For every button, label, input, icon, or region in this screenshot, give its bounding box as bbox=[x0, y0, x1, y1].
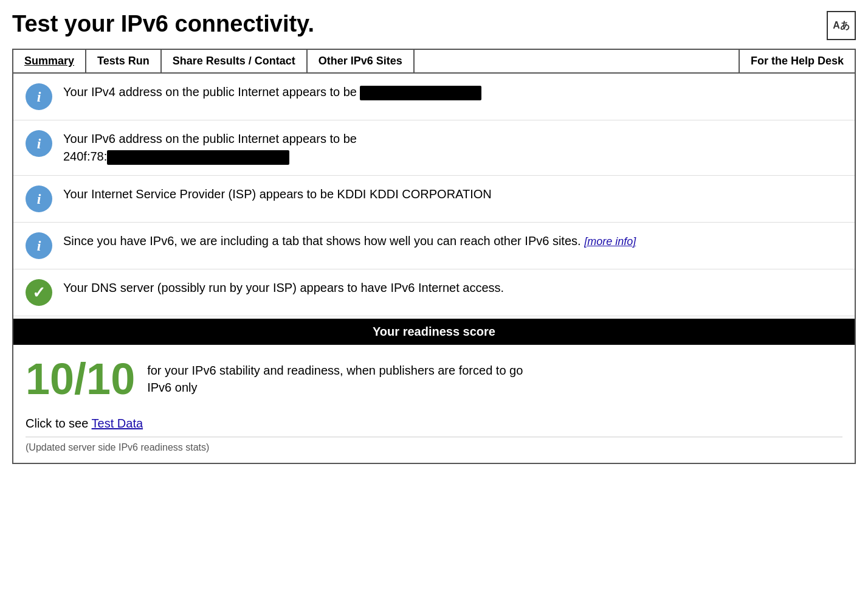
language-icon[interactable]: Aあ bbox=[827, 11, 856, 40]
ipv6-tab-info-row: i Since you have IPv6, we are including … bbox=[13, 223, 855, 269]
isp-text: Your Internet Service Provider (ISP) app… bbox=[63, 185, 842, 203]
tab-help-desk[interactable]: For the Help Desk bbox=[739, 50, 855, 72]
dns-text: Your DNS server (possibly run by your IS… bbox=[63, 279, 842, 297]
readiness-score-banner: Your readiness score bbox=[13, 319, 855, 345]
ipv6-redacted bbox=[107, 150, 289, 165]
updated-note: (Updated server side IPv6 readiness stat… bbox=[26, 437, 842, 457]
ipv4-info-row: i Your IPv4 address on the public Intern… bbox=[13, 74, 855, 120]
tab-share-results[interactable]: Share Results / Contact bbox=[162, 50, 308, 72]
info-icon-ipv4: i bbox=[26, 83, 52, 110]
score-section: 10/10 for your IPv6 stability and readin… bbox=[13, 345, 855, 407]
bottom-section: Click to see Test Data (Updated server s… bbox=[13, 407, 855, 463]
tab-summary[interactable]: Summary bbox=[13, 50, 86, 72]
info-icon-ipv6: i bbox=[26, 130, 52, 157]
more-info-link[interactable]: [more info] bbox=[584, 235, 636, 248]
ipv4-text: Your IPv4 address on the public Internet… bbox=[63, 83, 842, 101]
ipv6-tab-text: Since you have IPv6, we are including a … bbox=[63, 232, 842, 250]
ipv4-redacted bbox=[360, 86, 481, 100]
info-icon-isp: i bbox=[26, 185, 52, 212]
page-title: Test your IPv6 connectivity. bbox=[12, 11, 314, 37]
ipv6-text: Your IPv6 address on the public Internet… bbox=[63, 130, 842, 165]
main-content-box: Summary Tests Run Share Results / Contac… bbox=[12, 49, 856, 464]
score-description: for your IPv6 stability and readiness, w… bbox=[147, 362, 523, 396]
test-data-link-container: Click to see Test Data bbox=[26, 417, 842, 431]
tab-bar: Summary Tests Run Share Results / Contac… bbox=[13, 50, 855, 74]
tab-other-ipv6-sites[interactable]: Other IPv6 Sites bbox=[308, 50, 415, 72]
content-area: i Your IPv4 address on the public Intern… bbox=[13, 74, 855, 463]
tab-tests-run[interactable]: Tests Run bbox=[86, 50, 162, 72]
score-number: 10/10 bbox=[26, 357, 135, 401]
isp-info-row: i Your Internet Service Provider (ISP) a… bbox=[13, 176, 855, 223]
info-icon-ipv6-tab: i bbox=[26, 232, 52, 259]
test-data-link[interactable]: Test Data bbox=[92, 417, 143, 430]
ipv6-info-row: i Your IPv6 address on the public Intern… bbox=[13, 120, 855, 176]
dns-info-row: ✓ Your DNS server (possibly run by your … bbox=[13, 269, 855, 316]
check-icon-dns: ✓ bbox=[26, 279, 52, 306]
